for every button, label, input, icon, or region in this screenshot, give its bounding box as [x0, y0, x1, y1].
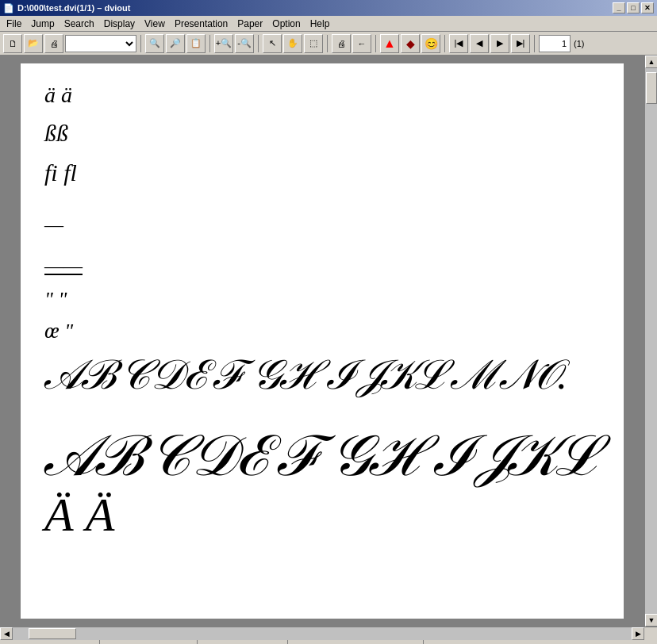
toolbar: 🗋 📂 🖨 🔍 🔎 📋 +🔍 -🔍 ↖ ✋ ⬚ 🖨 ← ▲ ◆ 😊 |◀ ◀ ▶… [0, 32, 657, 56]
scrollbar-vertical[interactable]: ▲ ▼ [644, 56, 657, 627]
last-page-button[interactable]: ▶| [511, 34, 530, 53]
first-page-button[interactable]: |◀ [449, 34, 468, 53]
char-caps-row2: 𝒜ℬ𝒞𝒟ℰℱ𝒢ℋℐ𝒥𝒦ℒ [44, 424, 603, 488]
page-number-input[interactable] [539, 35, 571, 52]
char-A-umlaut-large: Ä Ä [44, 489, 114, 541]
menu-bar: File Jump Search Display View Presentati… [0, 16, 657, 32]
cursor-button[interactable]: ↖ [263, 34, 282, 53]
scroll-thumb-v[interactable] [646, 72, 657, 104]
char-emdash: — [44, 214, 63, 235]
select-button[interactable]: ⬚ [304, 34, 323, 53]
copy-button[interactable]: 📋 [186, 34, 206, 53]
scroll-down-button[interactable]: ▼ [645, 614, 657, 627]
title-bar-controls: _ □ ✕ [613, 2, 654, 13]
new-button[interactable]: 🗋 [3, 34, 22, 53]
menu-file[interactable]: File [2, 16, 26, 31]
char-ae: œ [44, 318, 60, 343]
char-ligatures: fi fl [44, 159, 77, 186]
status-size: Size: x = 21.00cm, y = 29.70cm [288, 640, 424, 644]
status-dpi: dpi: x=300/1, y=300/1 [100, 640, 198, 644]
main-area: ä ä ßß fi fl — [0, 56, 657, 627]
app-icon: 📄 [3, 3, 14, 13]
find-button[interactable]: 🔎 [166, 34, 185, 53]
zoom-page-button[interactable]: 🔍 [145, 34, 164, 53]
line-emdash: — [44, 212, 600, 239]
file-dropdown[interactable] [65, 35, 136, 52]
print2-button[interactable]: 🖨 [332, 34, 351, 53]
prev-page-button[interactable]: ◀ [470, 34, 489, 53]
back-button[interactable]: ← [352, 34, 371, 53]
separator-7 [534, 35, 535, 52]
scrollbar-corner [644, 627, 657, 640]
menu-paper[interactable]: Paper [232, 16, 267, 31]
title-bar: 📄 D:\000\test.dvi(1/1) – dviout _ □ ✕ [0, 0, 657, 16]
line-eszett: ßß [44, 117, 600, 150]
close-button[interactable]: ✕ [641, 2, 654, 13]
zoom-in-button[interactable]: +🔍 [214, 34, 233, 53]
char-caps-row1: 𝒜ℬ𝒞𝒟ℰℱ𝒢ℋℐ𝒥𝒦ℒℳ𝒩𝒪. [44, 352, 567, 397]
separator-4 [327, 35, 328, 52]
minimize-button[interactable]: _ [613, 2, 625, 13]
menu-view[interactable]: View [140, 16, 170, 31]
char-close-quote: " [58, 288, 67, 311]
title-bar-title: 📄 D:\000\test.dvi(1/1) – dviout [3, 3, 130, 13]
menu-display[interactable]: Display [99, 16, 140, 31]
maximize-button[interactable]: □ [627, 2, 640, 13]
char-eszett: ßß [44, 120, 68, 146]
scroll-up-button[interactable]: ▲ [645, 56, 657, 68]
menu-search[interactable]: Search [60, 16, 99, 31]
char-open-quote: " [44, 288, 53, 311]
scrollbar-horizontal-wrap: ◀ ▶ [0, 627, 657, 639]
separator-2 [209, 35, 210, 52]
zoom-out-button[interactable]: -🔍 [235, 34, 254, 53]
next-page-button[interactable]: ▶ [490, 34, 509, 53]
line-caps-2: 𝒜ℬ𝒞𝒟ℰℱ𝒢ℋℐ𝒥𝒦ℒ [44, 427, 600, 485]
line-umlauts-small: ä ä [44, 79, 600, 110]
line-caps-umlaut: Ä Ä [44, 491, 600, 539]
red2-icon: ◆ [401, 34, 420, 53]
char-underline: —— [44, 255, 83, 276]
scroll-track-h[interactable] [13, 627, 632, 640]
document-page: ä ä ßß fi fl — [21, 63, 624, 619]
page-total-label: (1) [574, 39, 584, 48]
smiley-icon: 😊 [421, 34, 440, 53]
print-button[interactable]: 🖨 [44, 34, 63, 53]
char-a-umlaut-1: ä ä [44, 82, 72, 107]
spacer-2 [44, 245, 600, 253]
line-quotes: " " œ " [44, 286, 600, 346]
menu-option[interactable]: Option [267, 16, 305, 31]
line-ligatures: fi fl [44, 156, 600, 190]
line-underline: —— [44, 253, 600, 280]
scroll-track-v[interactable] [645, 68, 657, 614]
status-gamma: Gamma = 800/1000 [198, 640, 289, 644]
scroll-left-button[interactable]: ◀ [0, 627, 13, 640]
hand-button[interactable]: ✋ [283, 34, 302, 53]
separator-6 [444, 35, 445, 52]
separator-5 [375, 35, 376, 52]
document-canvas: ä ä ßß fi fl — [0, 56, 644, 627]
scroll-thumb-h[interactable] [29, 628, 76, 639]
separator-1 [140, 35, 141, 52]
line-caps-1: 𝒜ℬ𝒞𝒟ℰℱ𝒢ℋℐ𝒥𝒦ℒℳ𝒩𝒪. [44, 352, 600, 397]
menu-presentation[interactable]: Presentation [170, 16, 232, 31]
document-content: ä ä ßß fi fl — [21, 63, 624, 561]
status-page: Page: 1/1, number 1/1 [0, 640, 100, 644]
spacer-1 [44, 196, 600, 212]
menu-jump[interactable]: Jump [26, 16, 59, 31]
separator-3 [258, 35, 259, 52]
char-close-quote-2: " [64, 320, 73, 343]
window-title: D:\000\test.dvi(1/1) – dviout [17, 3, 130, 13]
open-button[interactable]: 📂 [24, 34, 43, 53]
red-icon: ▲ [380, 34, 399, 53]
menu-help[interactable]: Help [305, 16, 335, 31]
scroll-right-button[interactable]: ▶ [632, 627, 644, 640]
